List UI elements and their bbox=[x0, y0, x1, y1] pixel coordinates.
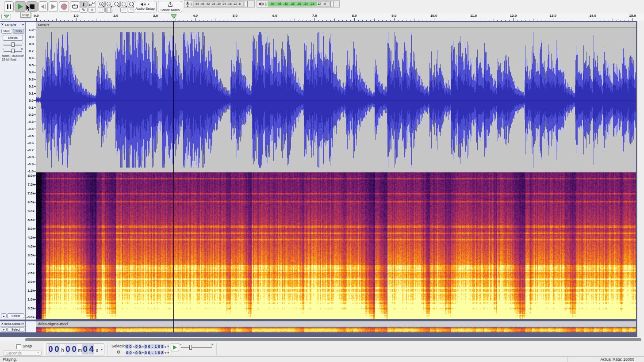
zoom-in-button[interactable]: + bbox=[98, 1, 105, 7]
mute-button[interactable]: Mute bbox=[1, 29, 12, 34]
track2-spectrogram-strip[interactable] bbox=[36, 328, 636, 332]
counter-digit[interactable]: 0 bbox=[82, 344, 88, 354]
counter-digit[interactable]: 4 bbox=[88, 344, 94, 354]
counter-digit[interactable]: 0 bbox=[71, 344, 77, 354]
envelope-tool-button[interactable] bbox=[88, 1, 96, 7]
counter-digit[interactable]: 0 bbox=[48, 344, 54, 354]
chevron-down-icon[interactable]: ▼ bbox=[167, 351, 169, 354]
play-button[interactable] bbox=[15, 1, 26, 12]
share-audio-button[interactable]: Share Audio bbox=[158, 1, 182, 12]
vertical-scrollbar[interactable] bbox=[637, 21, 644, 337]
selection-digit[interactable]: 0 bbox=[135, 351, 138, 355]
gain-slider[interactable]: − + bbox=[3, 42, 23, 47]
speed-slider-thumb[interactable] bbox=[189, 345, 192, 350]
track2-title-bar[interactable]: ✕ delta-sigma-m ▼ bbox=[0, 321, 25, 327]
wave-ruler-label: 0.8 bbox=[26, 42, 34, 46]
track1-spectrogram-view[interactable] bbox=[36, 172, 636, 319]
selection-digit[interactable]: 0 bbox=[157, 351, 161, 355]
chevron-down-icon[interactable]: ▼ bbox=[100, 348, 103, 351]
chevron-down-icon[interactable]: ▼ bbox=[22, 23, 24, 26]
audio-position-counter[interactable]: 00h00m04s ▼ bbox=[46, 343, 104, 355]
record-button[interactable] bbox=[59, 1, 69, 12]
trim-audio-button[interactable]: ⎪⎪ bbox=[98, 7, 105, 13]
multi-tool-button[interactable]: ✳ bbox=[88, 7, 96, 13]
gear-icon[interactable]: ⚙ bbox=[117, 350, 121, 354]
horizontal-scrollbar-thumb[interactable] bbox=[25, 338, 641, 341]
track1-name[interactable]: sample bbox=[5, 23, 22, 27]
selection-digit[interactable]: 0 bbox=[144, 351, 147, 355]
close-icon[interactable]: ✕ bbox=[1, 322, 4, 326]
selection-digit[interactable]: 1 bbox=[154, 344, 157, 349]
snap-mode-dropdown[interactable]: Seconds ▼ bbox=[4, 350, 42, 356]
track2-select-button[interactable]: Select bbox=[7, 327, 24, 332]
track1-select-button[interactable]: Select bbox=[7, 313, 24, 318]
silence-audio-button[interactable]: ▌▐ bbox=[105, 7, 112, 13]
audio-setup-label: Audio Setup bbox=[134, 7, 156, 11]
playhead-marker-icon[interactable] bbox=[171, 14, 177, 19]
undo-button[interactable]: ↶ bbox=[120, 7, 127, 13]
skip-to-end-button[interactable] bbox=[49, 1, 58, 12]
track1-waveform-view[interactable]: sample bbox=[36, 22, 636, 172]
pencil-icon: ✎ bbox=[82, 8, 85, 12]
ibeam-icon: I bbox=[83, 1, 84, 7]
selection-end-field[interactable]: 00h00m00.108s▼ bbox=[126, 350, 169, 355]
zoom-fit-button[interactable] bbox=[120, 1, 127, 7]
selection-digit[interactable]: . bbox=[151, 351, 154, 355]
selection-digit[interactable]: 0 bbox=[144, 344, 147, 349]
selection-digit[interactable]: 0 bbox=[129, 351, 132, 355]
pause-button[interactable] bbox=[4, 1, 14, 12]
clip2-label-strip[interactable]: delta-sigma-mod bbox=[36, 321, 636, 327]
selection-digit[interactable]: 0 bbox=[148, 351, 151, 355]
selection-digit[interactable]: 0 bbox=[148, 344, 151, 349]
play-at-speed-button[interactable] bbox=[171, 343, 179, 351]
waveform-canvas[interactable] bbox=[36, 22, 636, 172]
draw-tool-button[interactable]: ✎ bbox=[80, 7, 88, 13]
close-icon[interactable]: ✕ bbox=[1, 23, 4, 27]
selection-digit[interactable]: 0 bbox=[129, 344, 132, 349]
selection-digit[interactable]: 0 bbox=[138, 344, 142, 349]
selection-tool-button[interactable]: I bbox=[80, 1, 88, 7]
track1-title-bar[interactable]: ✕ sample ▼ bbox=[0, 22, 25, 27]
track2-name[interactable]: delta-sigma-m bbox=[4, 322, 22, 325]
selection-digit[interactable]: 0 bbox=[138, 351, 142, 355]
playback-meter-bar[interactable]: -54-48-42-36-30-24-18-12-6 bbox=[268, 1, 330, 7]
meter-tick-label: -48 bbox=[277, 2, 281, 5]
selection-digit[interactable]: 0 bbox=[126, 344, 129, 349]
selection-digit[interactable]: 0 bbox=[135, 344, 138, 349]
chevron-down-icon: ▼ bbox=[37, 351, 39, 354]
timeline-ruler[interactable]: 0.01.02.03.04.05.06.07.08.09.010.011.012… bbox=[0, 13, 644, 21]
playback-meter[interactable]: LR -54-48-42-36-30-24-18-12-6 bbox=[257, 0, 340, 8]
playback-speed-slider[interactable]: − + bbox=[180, 343, 213, 350]
zoom-selection-button[interactable] bbox=[113, 1, 120, 7]
pan-slider-thumb[interactable] bbox=[12, 49, 15, 53]
selection-digit[interactable]: . bbox=[151, 344, 154, 349]
selection-digit[interactable]: 8 bbox=[161, 344, 164, 349]
selection-start-field[interactable]: 00h00m00.108s▼ bbox=[126, 344, 169, 349]
selection-digit[interactable]: 0 bbox=[157, 344, 161, 349]
snap-checkbox[interactable] bbox=[16, 344, 21, 349]
pan-slider[interactable]: L R bbox=[3, 48, 23, 53]
track2-strip-canvas[interactable] bbox=[36, 328, 636, 332]
audio-setup-button[interactable]: ▼ Audio Setup bbox=[134, 1, 157, 12]
recording-meter[interactable]: LR -54-48-42-36-30-24-18-12-6 bbox=[184, 0, 255, 8]
track2-vertical-ruler[interactable] bbox=[26, 321, 36, 332]
track1-vertical-ruler[interactable]: 1.00.90.80.70.60.50.40.30.20.10.0-0.1-0.… bbox=[26, 22, 36, 320]
spectrogram-canvas[interactable] bbox=[36, 172, 636, 319]
selection-digit[interactable]: 1 bbox=[154, 351, 157, 355]
solo-button[interactable]: Solo bbox=[13, 29, 24, 34]
recording-meter-bar[interactable]: -54-48-42-36-30-24-18-12-6 bbox=[193, 1, 244, 7]
chevron-down-icon[interactable]: ▼ bbox=[22, 323, 24, 325]
loop-button[interactable] bbox=[70, 1, 80, 12]
selection-digit[interactable]: 0 bbox=[126, 351, 129, 355]
expand-track-button[interactable]: ▼ bbox=[1, 327, 7, 332]
counter-digit[interactable]: 0 bbox=[65, 344, 71, 354]
skip-to-start-button[interactable] bbox=[38, 1, 48, 12]
collapse-track-button[interactable]: ▲ bbox=[1, 313, 7, 318]
counter-digit[interactable]: 0 bbox=[54, 344, 60, 354]
horizontal-scrollbar[interactable] bbox=[0, 337, 644, 342]
zoom-out-button[interactable]: − bbox=[105, 1, 112, 7]
selection-digit[interactable]: 8 bbox=[161, 351, 164, 355]
gain-slider-thumb[interactable] bbox=[12, 42, 15, 47]
chevron-down-icon[interactable]: ▼ bbox=[167, 345, 169, 348]
effects-button[interactable]: Effects bbox=[3, 35, 23, 41]
